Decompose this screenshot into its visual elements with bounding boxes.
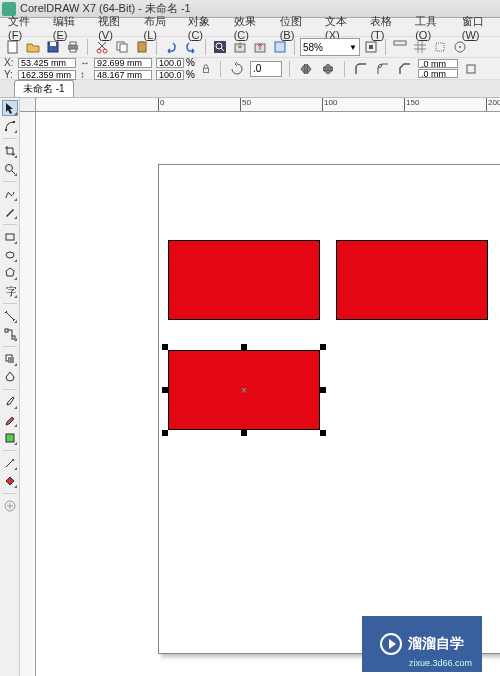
play-icon bbox=[380, 633, 402, 655]
y-position-input[interactable] bbox=[18, 70, 76, 80]
smart-fill-tool[interactable] bbox=[2, 430, 18, 446]
menu-text[interactable]: 文本(X) bbox=[325, 14, 360, 41]
selection-handle-e[interactable] bbox=[320, 387, 326, 393]
scale-y-input[interactable] bbox=[156, 70, 184, 80]
menu-bitmap[interactable]: 位图(B) bbox=[280, 14, 315, 41]
selection-handle-s[interactable] bbox=[241, 430, 247, 436]
selection-handle-w[interactable] bbox=[162, 387, 168, 393]
width-input[interactable] bbox=[94, 58, 152, 68]
selection-handle-nw[interactable] bbox=[162, 344, 168, 350]
menu-table[interactable]: 表格(T) bbox=[370, 14, 405, 41]
ellipse-tool[interactable] bbox=[2, 247, 18, 263]
publish-button[interactable] bbox=[271, 38, 289, 56]
document-tab[interactable]: 未命名 -1 bbox=[14, 80, 74, 97]
svg-rect-9 bbox=[120, 44, 127, 52]
drop-shadow-tool[interactable] bbox=[2, 351, 18, 367]
separator bbox=[289, 61, 290, 77]
svg-rect-0 bbox=[8, 41, 17, 53]
fill-tool[interactable] bbox=[2, 473, 18, 489]
separator bbox=[294, 39, 295, 55]
svg-point-28 bbox=[6, 252, 14, 258]
corner-radius-1-input[interactable] bbox=[418, 59, 458, 68]
polygon-tool[interactable] bbox=[2, 265, 18, 281]
import-button[interactable] bbox=[231, 38, 249, 56]
scale-x-input[interactable] bbox=[156, 58, 184, 68]
rectangle-shape[interactable] bbox=[336, 240, 488, 320]
selection-handle-sw[interactable] bbox=[162, 430, 168, 436]
save-button[interactable] bbox=[44, 38, 62, 56]
rectangle-tool[interactable] bbox=[2, 229, 18, 245]
export-button[interactable] bbox=[251, 38, 269, 56]
x-position-input[interactable] bbox=[18, 58, 76, 68]
show-guides-button[interactable] bbox=[431, 38, 449, 56]
width-icon: ↔ bbox=[80, 57, 92, 68]
menu-effects[interactable]: 效果(C) bbox=[234, 14, 270, 41]
zoom-level-combo[interactable]: 58%▼ bbox=[300, 38, 360, 56]
copy-button[interactable] bbox=[113, 38, 131, 56]
height-icon: ↕ bbox=[80, 69, 92, 80]
pick-tool[interactable] bbox=[2, 100, 18, 116]
svg-rect-16 bbox=[275, 42, 285, 52]
shape-tool[interactable] bbox=[2, 118, 18, 134]
show-grid-button[interactable] bbox=[411, 38, 429, 56]
selection-handle-ne[interactable] bbox=[320, 344, 326, 350]
redo-button[interactable] bbox=[182, 38, 200, 56]
crop-tool[interactable] bbox=[2, 143, 18, 159]
ruler-origin[interactable] bbox=[20, 98, 36, 112]
new-button[interactable] bbox=[4, 38, 22, 56]
outline-pen-tool[interactable] bbox=[2, 455, 18, 471]
menu-view[interactable]: 视图(V) bbox=[98, 14, 133, 41]
parallel-dimension-tool[interactable] bbox=[2, 308, 18, 324]
canvas[interactable]: × 溜溜自学 zixue.3d66.com bbox=[36, 112, 500, 676]
selection-center-icon[interactable]: × bbox=[240, 386, 248, 394]
svg-rect-23 bbox=[467, 65, 475, 73]
freehand-tool[interactable] bbox=[2, 186, 18, 202]
selection-handle-n[interactable] bbox=[241, 344, 247, 350]
menu-tools[interactable]: 工具(O) bbox=[415, 14, 452, 41]
interactive-fill-tool[interactable] bbox=[2, 412, 18, 428]
menu-layout[interactable]: 布局(L) bbox=[144, 14, 178, 41]
color-eyedropper-tool[interactable] bbox=[2, 394, 18, 410]
horizontal-ruler[interactable]: 0 50 100 150 200 bbox=[36, 98, 500, 112]
rotation-icon bbox=[228, 60, 246, 78]
position-group: X: Y: bbox=[4, 57, 76, 80]
relative-corner-button[interactable] bbox=[462, 60, 480, 78]
height-input[interactable] bbox=[94, 70, 152, 80]
menu-object[interactable]: 对象(C) bbox=[188, 14, 224, 41]
separator bbox=[344, 61, 345, 77]
menu-window[interactable]: 窗口(W) bbox=[462, 14, 500, 41]
rotation-input[interactable] bbox=[250, 61, 282, 77]
corner-radius-2-input[interactable] bbox=[418, 69, 458, 78]
menubar: 文件(F) 编辑(E) 视图(V) 布局(L) 对象(C) 效果(C) 位图(B… bbox=[0, 18, 500, 36]
print-button[interactable] bbox=[64, 38, 82, 56]
artistic-media-tool[interactable] bbox=[2, 204, 18, 220]
menu-file[interactable]: 文件(F) bbox=[8, 14, 43, 41]
cut-button[interactable] bbox=[93, 38, 111, 56]
zoom-tool[interactable] bbox=[2, 161, 18, 177]
show-rulers-button[interactable] bbox=[391, 38, 409, 56]
selection-handle-se[interactable] bbox=[320, 430, 326, 436]
vertical-ruler[interactable] bbox=[20, 112, 36, 676]
rectangle-shape[interactable] bbox=[168, 240, 320, 320]
lock-ratio-button[interactable] bbox=[199, 62, 213, 76]
transparency-tool[interactable] bbox=[2, 369, 18, 385]
connector-tool[interactable] bbox=[2, 326, 18, 342]
round-corner-button[interactable] bbox=[352, 60, 370, 78]
svg-rect-27 bbox=[6, 234, 14, 240]
scallop-corner-button[interactable] bbox=[374, 60, 392, 78]
paste-button[interactable] bbox=[133, 38, 151, 56]
chamfer-corner-button[interactable] bbox=[396, 60, 414, 78]
menu-edit[interactable]: 编辑(E) bbox=[53, 14, 88, 41]
search-button[interactable] bbox=[211, 38, 229, 56]
document-tabs: 未命名 -1 bbox=[0, 80, 500, 98]
separator bbox=[385, 39, 386, 55]
main-area: 字 0 50 100 150 200 bbox=[0, 98, 500, 676]
fullscreen-button[interactable] bbox=[362, 38, 380, 56]
open-button[interactable] bbox=[24, 38, 42, 56]
undo-button[interactable] bbox=[162, 38, 180, 56]
text-tool[interactable]: 字 bbox=[2, 283, 18, 299]
quick-customize-button[interactable] bbox=[2, 498, 18, 514]
snap-button[interactable] bbox=[451, 38, 469, 56]
mirror-h-button[interactable] bbox=[297, 60, 315, 78]
mirror-v-button[interactable] bbox=[319, 60, 337, 78]
